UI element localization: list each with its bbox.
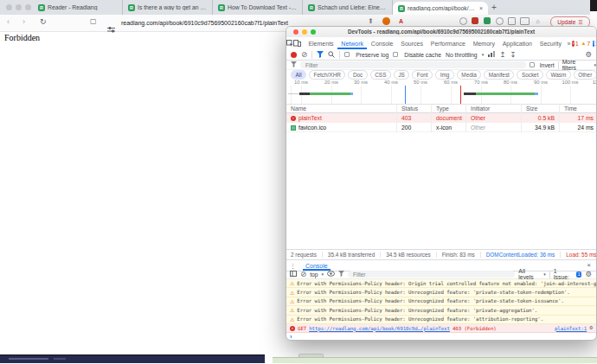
col-initiator[interactable]: Initiator (466, 104, 522, 113)
extension-icon[interactable] (508, 17, 516, 25)
console-warning[interactable]: ⚠ Error with Permissions-Policy header: … (286, 279, 596, 288)
warning-icon: ⚠ (290, 280, 294, 286)
filter-funnel-icon[interactable] (317, 51, 324, 59)
tab-memory[interactable]: Memory (469, 37, 498, 49)
console-filter-input[interactable] (348, 271, 515, 278)
chip-js[interactable]: JS (394, 70, 409, 80)
col-status[interactable]: Status (397, 104, 432, 113)
tab-network[interactable]: Network (337, 37, 367, 49)
back-icon[interactable]: ‹ (7, 17, 10, 26)
browser-tab[interactable]: R Reader - Readlang (33, 0, 123, 15)
network-filter-input[interactable] (300, 61, 526, 69)
col-size[interactable]: Size (522, 104, 560, 113)
console-prompt[interactable]: › (286, 333, 596, 341)
url-bar[interactable]: readlang.com/api/book/6910c9d75695002160… (121, 20, 288, 26)
console-settings-gear-icon[interactable]: ⚙ (585, 271, 592, 278)
chip-media[interactable]: Media (457, 70, 481, 80)
console-warning[interactable]: ⚠ Error with Permissions-Policy header: … (286, 306, 596, 315)
console-warning[interactable]: ⚠ Error with Permissions-Policy header: … (286, 297, 596, 306)
device-toolbar-icon[interactable] (293, 40, 301, 47)
chip-font[interactable]: Font (412, 70, 433, 80)
live-expression-eye-icon[interactable] (327, 271, 335, 278)
chip-fetch-xhr[interactable]: Fetch/XHR (309, 70, 345, 80)
import-har-icon[interactable]: ↥ (499, 51, 505, 59)
console-warning[interactable]: ⚠ Error with Permissions-Policy header: … (286, 288, 596, 297)
error-source-link[interactable]: plainText:1 (555, 326, 587, 331)
tab-sources[interactable]: Sources (397, 37, 427, 49)
error-count-icon[interactable]: × (572, 41, 575, 47)
chip-wasm[interactable]: Wasm (546, 70, 571, 80)
inspect-element-icon[interactable] (286, 40, 293, 47)
extension-icon[interactable] (459, 17, 467, 25)
reload-icon[interactable]: ↻ (40, 17, 47, 26)
chip-socket[interactable]: Socket (517, 70, 543, 80)
console-sidebar-icon[interactable] (290, 271, 297, 278)
timeline-overview[interactable] (286, 86, 596, 105)
clear-network-log-icon[interactable]: ⊘ (301, 51, 307, 59)
invert-filter-checkbox[interactable] (530, 62, 535, 67)
context-selector[interactable]: top (310, 271, 318, 278)
window-minimize-button[interactable] (16, 4, 22, 10)
tab-elements[interactable]: Elements (305, 37, 337, 49)
tab-performance[interactable]: Performance (427, 37, 469, 49)
issues-count-badge[interactable]: 1 (576, 271, 582, 278)
request-time: 17 ms (560, 113, 597, 123)
request-row-favicon[interactable]: favicon.ico 200 x-icon Other 34.9 kB 24 … (286, 123, 596, 132)
issues-icon[interactable]: ! (593, 41, 594, 47)
tab-close-icon[interactable]: × (479, 5, 483, 11)
browser-tab-active[interactable]: R readlang.com/api/book/6910c × (393, 2, 488, 15)
tab-application[interactable]: Application (498, 37, 536, 49)
site-settings-tune-icon[interactable] (107, 21, 115, 36)
warning-count-icon[interactable]: ▲ (581, 41, 587, 46)
browser-tab[interactable]: R Is there a way to get an audio ver (123, 0, 213, 15)
close-drawer-icon[interactable]: × (587, 262, 591, 269)
drawer-menu-dots-icon[interactable]: ⋮ (290, 263, 296, 269)
extension-icon[interactable]: ⌂ (534, 17, 542, 25)
throttling-select[interactable]: No throttling (446, 52, 478, 58)
browser-tab[interactable]: R Schach und Liebe: Eine asiatisch (303, 0, 393, 15)
chip-other[interactable]: Other (574, 70, 597, 80)
chip-doc[interactable]: Doc (348, 70, 367, 80)
console-error[interactable]: × GET https://readlang.com/api/book/6910… (286, 324, 596, 333)
preserve-log-checkbox[interactable] (344, 52, 350, 57)
new-tab-button[interactable]: + (491, 3, 497, 12)
extension-icon[interactable] (496, 17, 504, 25)
request-row-plaintext[interactable]: × plainText 403 document Other 0.5 kB 17… (286, 113, 596, 123)
window-minimize-button[interactable] (302, 29, 307, 35)
chip-img[interactable]: Img (435, 70, 454, 80)
record-network-log-icon[interactable] (291, 52, 297, 58)
extension-icon[interactable] (520, 17, 530, 25)
browser-tab[interactable]: R How To Download Text - How To (213, 0, 303, 15)
tab-console[interactable]: Console (367, 37, 396, 49)
issues-label[interactable]: 1 Issue: (554, 268, 573, 280)
extension-share-icon[interactable]: ⬆ (367, 17, 375, 25)
extension-icon[interactable] (472, 17, 478, 24)
col-time[interactable]: Time (560, 104, 597, 113)
error-url-link[interactable]: https://readlang.com/api/book/6910c9d…/p… (309, 326, 450, 331)
window-close-button[interactable] (6, 4, 12, 10)
log-levels-select[interactable]: All levels (518, 268, 540, 280)
extension-icon[interactable] (484, 17, 491, 24)
export-har-icon[interactable]: ↧ (510, 51, 516, 59)
chip-manifest[interactable]: Manifest (484, 70, 514, 80)
chip-css[interactable]: CSS (370, 70, 391, 80)
forward-icon[interactable]: › (22, 17, 25, 26)
search-icon[interactable] (328, 51, 335, 59)
more-filters-button[interactable]: More filters (562, 59, 591, 71)
network-conditions-icon[interactable] (488, 51, 495, 58)
console-warning[interactable]: ⚠ Error with Permissions-Policy header: … (286, 316, 596, 324)
col-type[interactable]: Type (432, 104, 466, 113)
more-panels-icon[interactable]: » (567, 41, 570, 47)
network-settings-gear-icon[interactable]: ⚙ (585, 51, 592, 59)
hide-messages-gear-icon[interactable]: ⚙ (589, 325, 593, 331)
chip-all[interactable]: All (291, 70, 306, 80)
window-close-button[interactable] (293, 29, 298, 35)
extension-orange-icon[interactable] (382, 17, 390, 25)
side-panel-icon[interactable]: ▢ (90, 17, 97, 25)
extension-a-icon[interactable]: A (397, 17, 405, 25)
clear-console-icon[interactable]: ⊘ (300, 271, 306, 278)
col-name[interactable]: Name (286, 104, 397, 113)
window-zoom-button[interactable] (25, 4, 31, 10)
tab-security[interactable]: Security (536, 37, 565, 49)
disable-cache-checkbox[interactable] (393, 52, 398, 57)
